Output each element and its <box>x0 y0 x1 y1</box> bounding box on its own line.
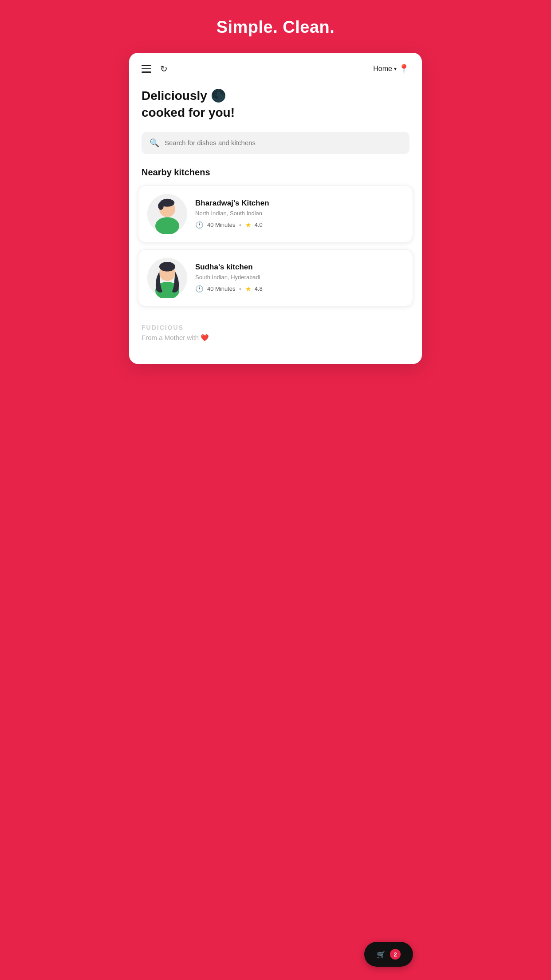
location-pin-icon: 📍 <box>398 63 409 74</box>
kitchen-rating-2: 4.8 <box>255 285 263 292</box>
nearby-kitchens-title: Nearby kitchens <box>129 167 422 178</box>
avatar-2 <box>147 258 187 298</box>
clock-icon-2: 🕐 <box>195 285 204 293</box>
kitchen-name-1: Bharadwaj's Kitchen <box>195 199 404 208</box>
kitchen-time-2: 40 Minutes <box>207 285 236 292</box>
greeting-section: Deliciously 🌑 cooked for you! <box>129 83 422 132</box>
greeting-line1: Deliciously 🌑 <box>142 87 409 104</box>
brand-name: FUDICIOUS <box>142 324 409 331</box>
search-icon: 🔍 <box>150 138 159 148</box>
search-section: 🔍 <box>129 132 422 167</box>
cart-button[interactable]: 🛒 2 <box>364 942 413 967</box>
kitchen-cards-list: Bharadwaj's Kitchen North Indian, South … <box>129 186 422 306</box>
location-label: Home <box>373 65 392 73</box>
refresh-button[interactable]: ↻ <box>160 64 168 73</box>
kitchen-rating-1: 4.0 <box>255 221 263 228</box>
kitchen-cuisine-2: South Indian, Hyderabadi <box>195 274 404 281</box>
kitchen-name-2: Sudha's kitchen <box>195 263 404 272</box>
app-card: ↻ Home ▾ 📍 Deliciously 🌑 cooked for you!… <box>129 53 422 364</box>
footer-section: FUDICIOUS From a Mother with ❤️ <box>129 306 422 346</box>
location-selector[interactable]: Home ▾ 📍 <box>373 63 409 74</box>
star-icon-1: ★ <box>245 221 251 229</box>
svg-point-1 <box>155 217 179 234</box>
kitchen-info-1: Bharadwaj's Kitchen North Indian, South … <box>195 199 404 229</box>
chevron-down-icon: ▾ <box>394 66 397 72</box>
top-bar-left: ↻ <box>142 64 168 73</box>
search-input[interactable] <box>165 139 401 146</box>
clock-icon-1: 🕐 <box>195 221 204 229</box>
svg-point-8 <box>159 262 175 272</box>
dot-separator-2: ● <box>239 286 242 291</box>
brand-tagline: From a Mother with ❤️ <box>142 334 409 342</box>
greeting-line2: cooked for you! <box>142 104 409 121</box>
kitchen-meta-2: 🕐 40 Minutes ● ★ 4.8 <box>195 285 404 293</box>
hero-title: Simple. Clean. <box>216 18 335 37</box>
cart-icon: 🛒 <box>377 950 386 959</box>
dot-separator-1: ● <box>239 222 242 227</box>
search-bar[interactable]: 🔍 <box>142 132 409 154</box>
kitchen-card-2[interactable]: Sudha's kitchen South Indian, Hyderabadi… <box>138 249 413 306</box>
kitchen-info-2: Sudha's kitchen South Indian, Hyderabadi… <box>195 263 404 293</box>
svg-point-4 <box>158 202 164 210</box>
kitchen-time-1: 40 Minutes <box>207 221 236 228</box>
kitchen-cuisine-1: North Indian, South Indian <box>195 210 404 217</box>
menu-button[interactable] <box>142 65 151 73</box>
kitchen-meta-1: 🕐 40 Minutes ● ★ 4.0 <box>195 221 404 229</box>
star-icon-2: ★ <box>245 285 251 293</box>
top-bar: ↻ Home ▾ 📍 <box>129 53 422 83</box>
kitchen-card-1[interactable]: Bharadwaj's Kitchen North Indian, South … <box>138 186 413 242</box>
cart-count: 2 <box>390 949 401 960</box>
avatar-1 <box>147 194 187 234</box>
